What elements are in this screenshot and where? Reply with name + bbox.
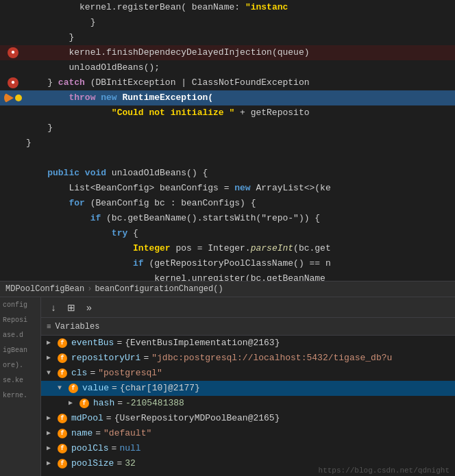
var-value: {EventBusImplementation@2163} <box>125 336 280 351</box>
code-line: } <box>0 121 455 136</box>
token: for <box>69 198 84 208</box>
toolbar-more-button[interactable]: » <box>82 301 96 314</box>
token: } <box>47 77 58 88</box>
line-content: if (bc.getBeanName().startsWith("repo-")… <box>23 211 455 226</box>
warning-dot <box>15 95 22 101</box>
code-lines: kernel.registerBean( beanName: "instanc … <box>0 0 455 281</box>
token: void <box>85 168 106 178</box>
bottom-area: configReposiase.digBeanore).se.kekerne. … <box>0 297 455 476</box>
line-content: } catch (DBInitException | ClassNotFound… <box>23 75 455 90</box>
token: (bc.get <box>293 243 331 253</box>
token: unloadOldBeans() { <box>106 168 208 178</box>
left-label-item[interactable]: ase.d <box>0 327 40 342</box>
line-content: Integer pos = Integer.parseInt(bc.get <box>23 241 455 256</box>
var-type-icon: f <box>69 384 78 393</box>
variable-row[interactable]: feventBus = {EventBusImplementation@2163… <box>41 336 455 351</box>
token: (BeanConfig bc : beanConfigs) { <box>85 198 256 208</box>
code-line: } <box>0 136 455 151</box>
var-type-icon: f <box>58 368 67 378</box>
variable-row[interactable]: fcls = "postgresql" <box>41 366 455 381</box>
toolbar-down-button[interactable]: ↓ <box>47 301 60 314</box>
breadcrumb-class: MDPoolConfigBean <box>5 284 84 294</box>
var-name: hash <box>93 396 114 411</box>
var-equals: = <box>112 441 117 456</box>
token: "Could not initialize " <box>112 108 234 118</box>
line-content: public void unloadOldBeans() { <box>23 166 455 181</box>
code-line: if (getRepositoryPoolClassName() == n <box>0 256 455 271</box>
left-label-item[interactable]: Reposi <box>0 312 40 327</box>
line-content: } <box>23 121 455 136</box>
line-content: try { <box>23 226 455 241</box>
token: } <box>69 32 74 42</box>
token: registerBean( <box>117 2 186 12</box>
code-line: List<BeanConfig> beanConfigs = new Array… <box>0 181 455 196</box>
token: ArrayList<>(ke <box>251 183 331 193</box>
var-expand-arrow[interactable] <box>69 396 77 411</box>
var-value: null <box>119 441 140 456</box>
var-name: value <box>82 381 109 396</box>
var-name: repositoryUri <box>71 351 140 366</box>
line-content: unloadOldBeans(); <box>23 60 455 75</box>
code-line: unloadOldBeans(); <box>0 60 455 75</box>
left-label-item[interactable]: ore). <box>0 358 40 373</box>
token <box>79 168 85 178</box>
code-line: } <box>0 30 455 45</box>
panel-icon: ≡ <box>47 323 51 331</box>
variable-row[interactable]: fmdPool = {UserRepositoryMDPoolBean@2165… <box>41 411 455 426</box>
variable-row[interactable]: frepositoryUri = "jdbc:postgresql://loca… <box>41 351 455 366</box>
var-value: {char[10]@2177} <box>120 381 200 396</box>
variable-row[interactable]: fvalue = {char[10]@2177} <box>41 381 455 396</box>
var-expand-arrow[interactable] <box>47 411 55 426</box>
breakpoint-icon[interactable]: ● <box>8 77 19 88</box>
line-content: kernel.unregister(bc.getBeanName <box>23 271 455 281</box>
token: . <box>186 273 192 281</box>
variable-row[interactable]: fpoolCls = null <box>41 441 455 456</box>
token: Integer <box>133 243 171 253</box>
token: (DBInitException | ClassNotFoundExceptio… <box>85 77 310 88</box>
var-equals: = <box>117 396 123 411</box>
token: (bc.getBeanName().startsWith("repo-")) { <box>101 213 320 223</box>
code-line: if (bc.getBeanName().startsWith("repo-")… <box>0 211 455 226</box>
line-gutter: ● <box>3 47 23 58</box>
token: . <box>112 2 117 12</box>
var-type-icon: f <box>58 414 67 423</box>
left-label-item[interactable]: se.ke <box>0 373 40 388</box>
var-value: -2105481388 <box>125 396 184 411</box>
breakpoint-icon[interactable]: ● <box>8 47 19 58</box>
left-label-item[interactable]: igBean <box>0 342 40 358</box>
var-expand-arrow[interactable] <box>47 366 55 381</box>
code-line: ● kernel.finishDependecyDelayedInjection… <box>0 45 455 60</box>
code-editor: kernel.registerBean( beanName: "instanc … <box>0 0 455 281</box>
debug-toolbar: ↓ ⊞ » <box>41 297 455 318</box>
var-expand-arrow[interactable] <box>58 381 66 396</box>
token: pos = Integer. <box>171 243 251 253</box>
code-line: kernel.unregister(bc.getBeanName <box>0 271 455 281</box>
var-name: name <box>71 426 93 441</box>
var-type-icon: f <box>79 399 89 408</box>
token: unloadOldBeans(); <box>69 62 160 73</box>
code-line: throw new RuntimeException( <box>0 90 455 105</box>
token: unregister(bc.getBeanName <box>192 273 325 281</box>
left-label-item[interactable]: config <box>0 297 40 312</box>
toolbar-grid-button[interactable]: ⊞ <box>64 301 78 314</box>
current-line-arrow <box>4 92 14 103</box>
var-expand-arrow[interactable] <box>47 426 55 441</box>
line-content: } <box>23 15 455 30</box>
var-expand-arrow[interactable] <box>47 456 55 471</box>
token: beanName: <box>186 2 245 12</box>
line-gutter: ● <box>3 77 23 88</box>
var-type-icon: f <box>58 429 67 438</box>
variable-row[interactable]: fname = "default" <box>41 426 455 441</box>
variable-row[interactable]: fhash = -2105481388 <box>41 396 455 411</box>
breadcrumb-separator: › <box>87 284 92 294</box>
token: if <box>90 213 101 223</box>
token: if <box>133 258 144 268</box>
left-label-item[interactable]: kerne. <box>0 388 40 403</box>
code-line: ● } catch (DBInitException | ClassNotFou… <box>0 75 455 90</box>
var-expand-arrow[interactable] <box>47 441 55 456</box>
var-expand-arrow[interactable] <box>47 336 55 351</box>
var-equals: = <box>90 366 95 381</box>
var-equals: = <box>116 456 122 471</box>
line-content: kernel.finishDependecyDelayedInjection(q… <box>23 45 455 60</box>
var-expand-arrow[interactable] <box>47 351 55 366</box>
